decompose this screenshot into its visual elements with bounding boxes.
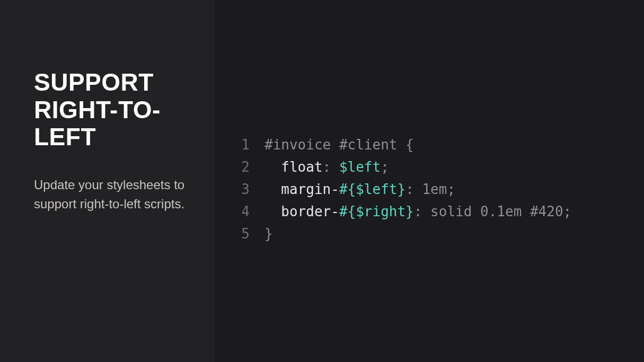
line-number: 3 [226, 178, 264, 200]
line-number: 5 [226, 223, 264, 245]
code-line: 5} [226, 223, 644, 245]
code-token: #{$left} [339, 181, 405, 197]
line-number: 2 [226, 156, 264, 178]
slide-title: SUPPORT RIGHT-TO-LEFT [34, 69, 188, 151]
code-token: #invoice #client { [264, 137, 414, 153]
code-line: 2 float: $left; [226, 156, 644, 178]
code-token: #{$right} [339, 204, 414, 219]
code-content: #invoice #client { [264, 134, 414, 156]
line-number: 4 [226, 200, 264, 223]
code-token: ; [563, 204, 572, 219]
code-token: : [405, 181, 422, 197]
code-block: 1#invoice #client {2 float: $left;3 marg… [226, 134, 644, 245]
code-token: solid 0.1em #420 [430, 204, 563, 219]
code-content: float: $left; [264, 156, 389, 178]
code-line: 1#invoice #client { [226, 134, 644, 156]
code-token: ; [447, 181, 455, 197]
sidebar: SUPPORT RIGHT-TO-LEFT Update your styles… [0, 0, 215, 362]
code-token: : [414, 204, 430, 219]
code-token: margin- [264, 181, 339, 197]
code-line: 4 border-#{$right}: solid 0.1em #420; [226, 200, 644, 223]
line-number: 1 [226, 134, 264, 156]
code-token: $left [339, 159, 381, 175]
code-content: } [264, 223, 273, 245]
slide-description: Update your stylesheets to support right… [34, 175, 188, 214]
code-token: : [323, 159, 339, 175]
code-content: margin-#{$left}: 1em; [264, 178, 455, 200]
code-content: border-#{$right}: solid 0.1em #420; [264, 200, 571, 223]
code-token: float [264, 159, 323, 175]
code-panel: 1#invoice #client {2 float: $left;3 marg… [215, 0, 644, 362]
code-token: border- [264, 204, 339, 219]
code-line: 3 margin-#{$left}: 1em; [226, 178, 644, 200]
code-token: } [264, 226, 273, 242]
code-token: 1em [422, 181, 447, 197]
code-token: ; [381, 159, 389, 175]
